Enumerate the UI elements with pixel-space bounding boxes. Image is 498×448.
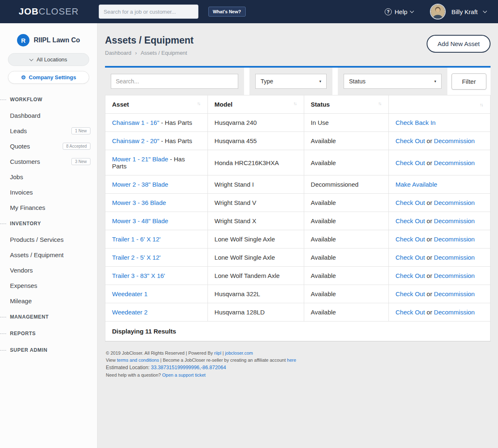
sort-icon[interactable]: ↑↓ xyxy=(293,101,297,106)
table-row: Weedeater 2 Husqvarna 128LD Available Ch… xyxy=(105,303,491,321)
sidebar-item-dashboard[interactable]: Dashboard xyxy=(0,108,97,123)
asset-link[interactable]: Mower 3 - 36 Blade xyxy=(112,199,166,206)
sidebar-item-label: Mileage xyxy=(10,297,32,304)
sort-icon[interactable]: ↑↓ xyxy=(378,101,382,106)
model-cell: Lone Wolf Tandem Axle xyxy=(208,267,304,285)
support-ticket-link[interactable]: Open a support ticket xyxy=(162,373,206,377)
column-header-actions[interactable]: ↑↓ xyxy=(389,95,491,114)
action-link-primary[interactable]: Check Out xyxy=(395,159,425,166)
sidebar-item-leads[interactable]: Leads1 New xyxy=(0,123,97,139)
column-label: Status xyxy=(311,101,330,108)
action-link-primary[interactable]: Check Out xyxy=(395,217,425,224)
model-cell: Wright Stand V xyxy=(208,194,304,212)
jobcloser-link[interactable]: jobcloser.com xyxy=(225,351,253,355)
asset-link[interactable]: Trailer 1 - 6' X 12' xyxy=(112,236,161,243)
action-link-primary[interactable]: Check Out xyxy=(395,199,425,206)
action-link-secondary[interactable]: Decommission xyxy=(434,272,475,279)
sidebar-item-quotes[interactable]: Quotes8 Accepted xyxy=(0,139,97,154)
action-link-primary[interactable]: Check Out xyxy=(395,290,425,297)
app-body: R RIIPL Lawn Co All Locations ⚙ Company … xyxy=(0,23,498,448)
asset-link[interactable]: Weedeater 2 xyxy=(112,309,148,316)
location-link[interactable]: 33.387315199999996,-86.872064 xyxy=(151,365,226,370)
asset-link[interactable]: Trailer 3 - 83" X 16' xyxy=(112,272,165,279)
action-separator: or xyxy=(427,159,432,166)
sidebar-item-invoices[interactable]: Invoices xyxy=(0,185,97,200)
sidebar-item-mileage[interactable]: Mileage xyxy=(0,293,97,309)
column-header-model[interactable]: Model↑↓ xyxy=(208,95,304,114)
sort-icon[interactable]: ↑↓ xyxy=(480,102,483,107)
sidebar-section-super-admin[interactable]: SUPER ADMIN xyxy=(0,342,97,358)
asset-link[interactable]: Mower 3 - 48" Blade xyxy=(112,217,168,224)
action-link-secondary[interactable]: Decommission xyxy=(434,254,475,261)
column-header-status[interactable]: Status↑↓ xyxy=(304,95,388,114)
logo-text-light: CLOSER xyxy=(39,6,78,17)
asset-link[interactable]: Mower 2 - 38" Blade xyxy=(112,181,168,188)
sidebar-section-management[interactable]: MANAGEMENT xyxy=(0,309,97,325)
action-link-secondary[interactable]: Decommission xyxy=(434,137,475,144)
sidebar-item-label: Leads xyxy=(10,127,27,134)
action-link-secondary[interactable]: Decommission xyxy=(434,236,475,243)
action-link-secondary[interactable]: Decommission xyxy=(434,159,475,166)
action-link-primary[interactable]: Check Out xyxy=(395,272,425,279)
sidebar-item-my-finances[interactable]: My Finances xyxy=(0,200,97,215)
add-new-asset-button[interactable]: Add New Asset xyxy=(427,35,491,53)
action-link-primary[interactable]: Check Out xyxy=(395,254,425,261)
action-link-secondary[interactable]: Decommission xyxy=(434,290,475,297)
sidebar-item-label: My Finances xyxy=(10,204,45,211)
status-select[interactable]: Status▾ xyxy=(344,74,442,89)
help-label: Help xyxy=(395,8,408,15)
action-link-primary[interactable]: Check Out xyxy=(395,309,425,316)
sidebar-item-vendors[interactable]: Vendors xyxy=(0,263,97,278)
actions-cell: Check Out or Decommission xyxy=(389,230,491,248)
asset-link[interactable]: Weedeater 1 xyxy=(112,290,148,297)
table-row: Mower 3 - 48" Blade Wright Stand X Avail… xyxy=(105,212,491,230)
avatar-image xyxy=(431,5,445,19)
table-search-input[interactable] xyxy=(111,74,238,89)
riipl-link[interactable]: riipl xyxy=(214,351,221,355)
table-header-row: Asset↑↓ Model↑↓ Status↑↓ ↑↓ xyxy=(105,95,491,114)
table-row: Trailer 3 - 83" X 16' Lone Wolf Tandem A… xyxy=(105,267,491,285)
leads-badge: 1 New xyxy=(71,127,90,134)
action-link-primary[interactable]: Check Out xyxy=(395,137,425,144)
app-logo[interactable]: JOBCLOSER xyxy=(19,6,79,17)
company-settings-button[interactable]: ⚙ Company Settings xyxy=(8,71,89,84)
action-separator: or xyxy=(427,309,432,316)
column-header-asset[interactable]: Asset↑↓ xyxy=(105,95,208,114)
sidebar-item-jobs[interactable]: Jobs xyxy=(0,169,97,185)
terms-link[interactable]: terms and conditions xyxy=(117,358,159,363)
sidebar-item-assets-equipment[interactable]: Assets / Equipment xyxy=(0,247,97,263)
action-link-secondary[interactable]: Decommission xyxy=(434,217,475,224)
asset-link[interactable]: Trailer 2 - 5' X 12' xyxy=(112,254,161,261)
filter-gap xyxy=(244,68,249,95)
table-row: Weedeater 1 Husqvarna 322L Available Che… xyxy=(105,285,491,303)
global-search-input[interactable] xyxy=(99,5,198,19)
status-cell: Available xyxy=(304,248,388,267)
action-link-primary[interactable]: Make Available xyxy=(395,181,437,188)
action-link-primary[interactable]: Check Out xyxy=(395,236,425,243)
action-link-secondary[interactable]: Decommission xyxy=(434,309,475,316)
sidebar-item-products-services[interactable]: Products / Services xyxy=(0,232,97,247)
sidebar-section-reports[interactable]: REPORTS xyxy=(0,325,97,342)
asset-link[interactable]: Mower 1 - 21" Blade xyxy=(112,156,168,163)
filter-gap xyxy=(332,68,338,95)
locations-dropdown[interactable]: All Locations xyxy=(8,53,89,66)
asset-link[interactable]: Chainsaw 2 - 20" xyxy=(112,137,159,144)
help-menu[interactable]: ? Help xyxy=(385,8,413,15)
sort-icon[interactable]: ↑↓ xyxy=(197,101,201,106)
whats-new-button[interactable]: What's New? xyxy=(208,7,246,17)
filter-button[interactable]: Filter xyxy=(452,73,486,90)
results-count: Displaying 11 Results xyxy=(105,321,491,341)
chevron-down-icon[interactable] xyxy=(483,9,487,13)
sidebar-item-expenses[interactable]: Expenses xyxy=(0,278,97,293)
breadcrumb-dashboard[interactable]: Dashboard xyxy=(105,50,132,56)
user-name[interactable]: Billy Kraft xyxy=(452,8,478,15)
user-avatar[interactable] xyxy=(430,4,446,19)
asset-cell: Weedeater 2 xyxy=(105,303,208,321)
type-select[interactable]: Type▾ xyxy=(255,74,327,89)
action-link-secondary[interactable]: Decommission xyxy=(434,199,475,206)
asset-link[interactable]: Chainsaw 1 - 16" xyxy=(112,119,159,126)
action-link-primary[interactable]: Check Back In xyxy=(395,119,436,126)
sidebar-item-customers[interactable]: Customers3 New xyxy=(0,154,97,169)
affiliate-here-link[interactable]: here xyxy=(287,358,296,363)
sidebar-item-label: Invoices xyxy=(10,189,33,196)
